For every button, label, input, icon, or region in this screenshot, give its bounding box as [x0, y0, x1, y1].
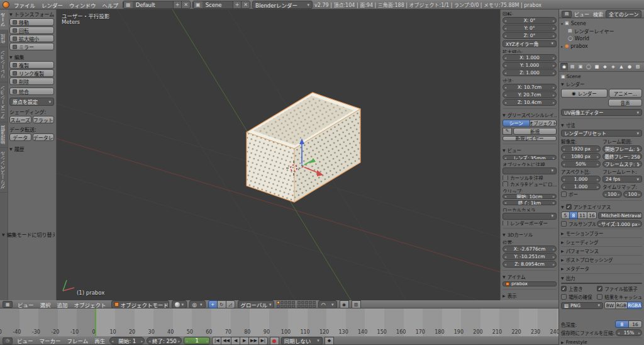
properties-tab[interactable]: ■ [593, 63, 601, 71]
border-checkbox[interactable] [561, 191, 567, 197]
antialiasing-checkbox[interactable] [566, 204, 572, 210]
mode-select[interactable]: オブジェクトモード [111, 300, 169, 308]
manipulator-rotate-button[interactable]: ↻ [217, 300, 226, 308]
editor-type-outliner-icon[interactable]: ▤ [562, 11, 572, 18]
scale-button[interactable]: 拡大縮小 [9, 35, 54, 42]
aa-samples-5-button[interactable]: 5 [561, 212, 570, 219]
linked-duplicate-button[interactable]: リンク複製 [9, 69, 54, 77]
layer-toggle[interactable] [284, 305, 287, 308]
rotation-field[interactable]: Y: 0° [502, 25, 557, 31]
properties-tab[interactable]: ◉ [560, 63, 568, 71]
layer-toggle[interactable] [284, 301, 287, 304]
viewport-shading-select[interactable] [172, 300, 187, 308]
clip-end-field[interactable]: 終了: 1km [502, 200, 557, 205]
render-border-checkbox[interactable] [502, 221, 508, 226]
rotation-field[interactable]: Z: 0° [502, 32, 557, 39]
depth-8-button[interactable]: 8 [615, 320, 629, 328]
viewport-menu-item[interactable]: ビュー [15, 301, 36, 308]
opengl-render-button[interactable]: ◉ [340, 300, 349, 308]
layer-toggle[interactable] [277, 305, 280, 308]
properties-tab[interactable]: ▧ [634, 63, 641, 71]
topbar-menu-item[interactable]: ウィンドウ [67, 1, 99, 9]
render-preset-select[interactable]: レンダープリセット [561, 130, 642, 137]
manipulator-scale-button[interactable]: ◿ [226, 300, 235, 308]
playback-button[interactable]: ▶| [258, 337, 268, 345]
panel-edit-mode-toggle[interactable]: 編集モードに切り替え [2, 231, 55, 238]
resolution-x-field[interactable]: 1920 px [561, 145, 601, 152]
lock-cursor-checkbox[interactable] [502, 176, 508, 181]
remap-old-field[interactable]: 100 [602, 191, 622, 198]
depth-16-button[interactable]: 16 [628, 320, 642, 328]
properties-tab[interactable]: ◈ [609, 63, 617, 71]
remap-new-field[interactable]: 100 [623, 191, 643, 198]
channel-bw-button[interactable]: BW [604, 302, 616, 309]
tree-item-scene[interactable]: ▾▣Scene [561, 20, 642, 27]
editor-type-timeline-icon[interactable]: ◷ [3, 337, 13, 344]
timeline-menu-item[interactable]: フレーム [65, 337, 91, 344]
playback-button[interactable]: ◀◀ [221, 337, 231, 345]
layer-toggle[interactable] [309, 301, 312, 304]
properties-tab[interactable]: ◆ [601, 63, 609, 71]
panel-display[interactable]: 表示 [502, 292, 557, 299]
layer-toggle[interactable] [309, 305, 312, 308]
panel-history[interactable]: 履歴 [9, 145, 54, 152]
resolution-y-field[interactable]: 1080 px [561, 153, 601, 160]
layer-toggle[interactable] [313, 305, 316, 308]
layer-toggle[interactable] [297, 301, 301, 304]
shade-smooth-button[interactable]: スムーズ [9, 116, 31, 123]
toolshelf-tab[interactable]: 作成 [0, 31, 8, 47]
gp-new-layer-button[interactable]: 新規レイヤー [502, 136, 557, 141]
outliner-menu-view[interactable]: ビュー [573, 11, 591, 18]
scale-field[interactable]: Y: 1.000 [502, 62, 557, 69]
join-button[interactable]: 統合 [9, 88, 54, 95]
playback-button[interactable]: ◀ [231, 337, 240, 345]
opengl-render-anim-button[interactable]: ▥ [352, 300, 361, 308]
playback-button[interactable]: |◀ [212, 337, 221, 345]
lens-field[interactable]: レンズ: 35mm [502, 155, 557, 160]
viewport-menu-item[interactable]: オブジェクト [72, 301, 109, 308]
panel-antialiasing[interactable]: アンチエイリアス [561, 203, 642, 210]
panel-3d-cursor[interactable]: 3Dカーソル [502, 231, 557, 238]
layer-toggle[interactable] [277, 301, 280, 304]
render-audio-button[interactable]: 音声 [608, 99, 642, 106]
scale-field[interactable]: X: 1.000 [502, 54, 557, 61]
properties-tab[interactable]: ▤ [569, 63, 576, 71]
lock-object-select[interactable] [502, 167, 557, 174]
scene-select[interactable]: ▣ Scene + ✕ [192, 1, 250, 9]
file-extensions-checkbox[interactable] [597, 286, 602, 291]
channel-rgba-button[interactable]: RGBA [627, 302, 642, 309]
output-path-field[interactable]: /tmp\ [561, 283, 642, 284]
toolshelf-tab[interactable]: リレーション [0, 47, 8, 82]
close-layout-button[interactable]: ✕ [181, 1, 190, 8]
fps-select[interactable]: 24 fps [602, 176, 642, 183]
layer-toggle[interactable] [313, 301, 316, 304]
layer-toggle[interactable] [292, 301, 295, 304]
layer-toggle[interactable] [297, 305, 301, 308]
layer-toggle[interactable] [288, 305, 291, 308]
properties-tab[interactable]: ◯ [585, 63, 592, 71]
screen-layout-select[interactable]: ▦ Default + ✕ [123, 1, 191, 9]
shade-flat-button[interactable]: フラット [33, 116, 55, 123]
playback-button[interactable]: ▶ [240, 337, 249, 345]
topbar-menu-item[interactable]: レンダー [39, 1, 65, 9]
editor-type-3dview-icon[interactable]: ▦ [3, 301, 13, 308]
layer-toggle[interactable] [305, 305, 308, 308]
panel-freestyle[interactable]: Freestyle [561, 337, 642, 345]
scale-field[interactable]: Z: 1.000 [502, 69, 557, 76]
file-format-select[interactable]: ▧PNG [561, 302, 603, 309]
duplicate-button[interactable]: 複製 [9, 61, 54, 69]
render-display-select[interactable]: UV画像エディター [561, 109, 642, 116]
gp-new-button[interactable]: 新規 [513, 128, 557, 135]
outliner-menu-search[interactable]: 検索 [592, 11, 604, 18]
viewport-canvas[interactable] [57, 9, 500, 300]
sync-mode-select[interactable]: 同期しない [281, 337, 323, 345]
gp-source-object-button[interactable]: オブジェクト [530, 120, 557, 127]
properties-tab[interactable]: ▲ [618, 63, 625, 71]
tree-item-render-layers[interactable]: ▤レンダーレイヤー [561, 27, 642, 35]
cache-result-checkbox[interactable] [597, 294, 602, 300]
overwrite-checkbox[interactable] [561, 286, 567, 291]
full-sample-checkbox[interactable] [561, 221, 567, 227]
add-layout-button[interactable]: + [173, 1, 182, 8]
timeline-menu-item[interactable]: マーカー [37, 337, 64, 344]
viewport-menu-item[interactable]: 選択 [38, 301, 53, 308]
